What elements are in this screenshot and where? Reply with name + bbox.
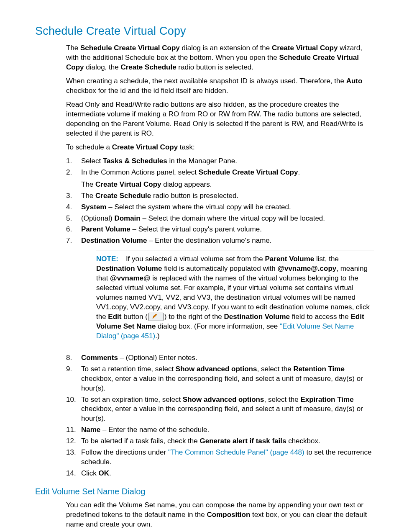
step-1: 1.Select Tasks & Schedules in the Manage… <box>66 157 374 166</box>
edit-icon <box>148 313 164 321</box>
note-label: NOTE: <box>96 255 118 263</box>
step-2: 2.In the Common Actions panel, select Sc… <box>66 168 374 190</box>
para-intro: The Schedule Create Virtual Copy dialog … <box>66 44 374 72</box>
section1-body: The Schedule Create Virtual Copy dialog … <box>66 44 374 478</box>
para-readonly: Read Only and Read/Write radio buttons a… <box>66 100 374 139</box>
section-title-schedule-create-virtual-copy: Schedule Create Virtual Copy <box>35 23 374 39</box>
para-evsn-intro: You can edit the Volume Set name, you ca… <box>66 501 374 529</box>
step-10: 10.To set an expiration time, select Sho… <box>66 395 374 424</box>
note-block: NOTE:If you selected a virtual volume se… <box>96 250 374 348</box>
step-14: 14.Click OK. <box>66 469 374 478</box>
link-common-schedule-panel[interactable]: "The Common Schedule Panel" (page 448) <box>168 448 304 456</box>
step-13: 13.Follow the directions under "The Comm… <box>66 448 374 467</box>
step-4: 4.System – Select the system where the v… <box>66 203 374 212</box>
section2-body: You can edit the Volume Set name, you ca… <box>66 501 374 532</box>
step-3: 3.The Create Schedule radio button is pr… <box>66 191 374 201</box>
step-12: 12.To be alerted if a task fails, check … <box>66 437 374 446</box>
page: Schedule Create Virtual Copy The Schedul… <box>0 0 399 532</box>
steps-list: 1.Select Tasks & Schedules in the Manage… <box>66 157 374 478</box>
step-6: 6.Parent Volume – Select the virtual cop… <box>66 225 374 234</box>
para-auto: When creating a schedule, the next avail… <box>66 77 374 96</box>
section-title-edit-volume-set-name-dialog: Edit Volume Set Name Dialog <box>35 486 374 497</box>
step-8: 8.Comments – (Optional) Enter notes. <box>66 353 374 363</box>
para-toschedule: To schedule a Create Virtual Copy task: <box>66 143 374 152</box>
step-11: 11.Name – Enter the name of the schedule… <box>66 425 374 435</box>
step-7: 7.Destination Volume – Enter the destina… <box>66 236 374 348</box>
step-9: 9.To set a retention time, select Show a… <box>66 365 374 393</box>
step-2-sub: The Create Virtual Copy dialog appears. <box>81 180 374 190</box>
step-5: 5.(Optional) Domain – Select the domain … <box>66 214 374 224</box>
